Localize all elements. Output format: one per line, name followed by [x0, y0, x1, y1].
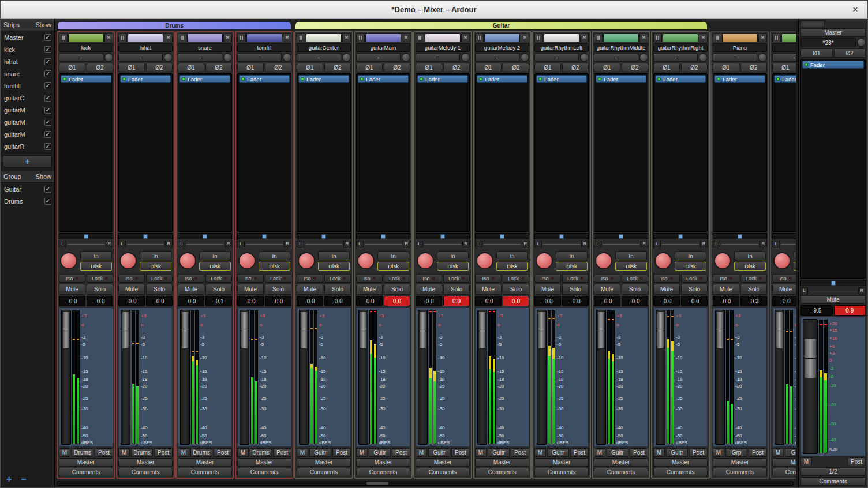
phase-invert-2-button[interactable]: Ø2 [562, 63, 589, 72]
solo-lock-button[interactable]: Lock [503, 274, 529, 283]
peak-display[interactable]: -0.0 [562, 296, 589, 306]
processor-box[interactable]: Fader [356, 73, 410, 232]
strip-close-icon[interactable]: ✕ [639, 33, 648, 42]
solo-lock-button[interactable]: Lock [265, 274, 291, 283]
strip-list-item-guitarm[interactable]: guitarM✓ [1, 116, 54, 128]
mute-button[interactable]: Mute [118, 284, 145, 295]
processor-box[interactable]: Fader [594, 73, 648, 232]
fader-track[interactable] [121, 310, 130, 445]
group-button[interactable]: Guitr [666, 448, 688, 457]
processor-active-led[interactable] [805, 63, 808, 66]
fader-processor-entry[interactable]: Fader [536, 75, 587, 83]
record-enable-button[interactable] [714, 252, 731, 269]
metering-point-button[interactable]: M [416, 448, 427, 457]
gain-display[interactable]: -0.0 [356, 296, 383, 306]
trim-knob[interactable] [580, 53, 589, 62]
fader-processor-entry[interactable]: Fader [120, 75, 171, 83]
monitor-input-button[interactable]: In [615, 251, 647, 260]
solo-isolate-button[interactable]: Iso [772, 274, 796, 283]
fader-point-button[interactable]: Post [214, 448, 232, 457]
strip-visible-checkbox[interactable]: ✓ [44, 34, 51, 41]
trim-knob[interactable] [521, 53, 529, 62]
solo-lock-button[interactable]: Lock [443, 274, 470, 283]
width-toggle-icon[interactable] [297, 33, 305, 42]
group-button[interactable]: Guitr [309, 448, 331, 457]
strip-name-button[interactable]: guitarRhythmRight [653, 43, 708, 52]
width-toggle-icon[interactable] [594, 33, 603, 42]
phase-invert-1-button[interactable]: Ø1 [594, 63, 620, 72]
strip-name-button[interactable]: guitarMelody 2 [475, 43, 529, 52]
peak-display[interactable]: 0.0 [384, 296, 410, 306]
processor-box[interactable]: Fader [653, 73, 708, 232]
fader-handle[interactable] [776, 311, 783, 349]
comments-button[interactable]: Comments [534, 468, 589, 476]
processor-active-led[interactable] [360, 77, 364, 81]
strip-list-item-snare[interactable]: snare✓ [1, 67, 54, 80]
phase-invert-1-button[interactable]: Ø1 [475, 63, 502, 72]
strip-color-bar[interactable] [365, 33, 401, 42]
strip-close-icon[interactable]: ✕ [342, 33, 351, 42]
panner[interactable] [178, 233, 232, 239]
fader-handle[interactable] [419, 311, 426, 349]
mute-button[interactable]: Mute [237, 284, 264, 295]
trim-knob[interactable] [223, 53, 232, 62]
fader-track[interactable] [715, 310, 725, 445]
trim-knob[interactable] [461, 53, 470, 62]
strip-color-bar[interactable] [187, 33, 223, 42]
record-enable-button[interactable] [119, 252, 137, 269]
strip-color-bar[interactable] [484, 33, 520, 42]
trim-display[interactable]: - [118, 53, 163, 62]
strip-close-icon[interactable]: ✕ [283, 33, 291, 42]
master-output-button[interactable]: 1/2 [800, 467, 866, 476]
comments-button[interactable]: Comments [59, 468, 113, 476]
comments-button[interactable]: Comments [118, 468, 173, 476]
panner[interactable] [653, 233, 708, 239]
fader-processor-entry[interactable]: Fader [61, 75, 111, 83]
strip-name-button[interactable]: guitarMelody 1 [416, 43, 470, 52]
panner-handle[interactable] [440, 234, 445, 239]
fader-handle[interactable] [597, 311, 605, 349]
solo-button[interactable]: Solo [384, 284, 410, 295]
fader-handle[interactable] [478, 311, 486, 349]
strip-list-item-guitarc[interactable]: guitarC✓ [1, 92, 54, 104]
trim-knob[interactable] [283, 53, 291, 62]
trim-display[interactable]: - [594, 53, 638, 62]
width-toggle-icon[interactable] [356, 33, 365, 42]
processor-box[interactable]: Fader [534, 73, 589, 232]
strip-visible-checkbox[interactable]: ✓ [44, 131, 51, 138]
output-button[interactable]: Master [534, 458, 589, 467]
fader-point-button[interactable]: Post [689, 448, 708, 457]
processor-active-led[interactable] [301, 77, 304, 81]
fader-handle[interactable] [181, 311, 189, 349]
panner-handle[interactable] [738, 234, 742, 239]
phase-invert-2-button[interactable]: Ø2 [87, 63, 113, 72]
output-button[interactable]: Master [237, 458, 291, 467]
comments-button[interactable]: Comments [772, 468, 796, 476]
strip-color-bar[interactable] [246, 33, 282, 42]
panner-handle[interactable] [203, 234, 207, 239]
trim-knob[interactable] [164, 53, 173, 62]
record-enable-button[interactable] [179, 252, 196, 269]
solo-lock-button[interactable]: Lock [146, 274, 173, 283]
fader-handle[interactable] [241, 311, 248, 349]
output-button[interactable]: Master [118, 458, 173, 467]
master-trim-knob[interactable] [857, 38, 866, 47]
gain-display[interactable]: -0.0 [772, 296, 796, 306]
processor-active-led[interactable] [717, 77, 720, 81]
monitor-input-button[interactable]: In [675, 251, 706, 260]
solo-button[interactable]: Solo [503, 284, 529, 295]
group-show-checkbox[interactable]: ✓ [44, 198, 51, 205]
monitor-input-button[interactable]: In [259, 251, 290, 260]
output-button[interactable]: Master [297, 458, 351, 467]
trim-display[interactable]: - [416, 53, 460, 62]
fader-point-button[interactable]: Post [95, 448, 113, 457]
fader-track[interactable] [180, 310, 190, 445]
phase-invert-1-button[interactable]: Ø1 [59, 63, 85, 72]
strip-color-bar[interactable] [663, 33, 698, 42]
peak-display[interactable]: -0.0 [265, 296, 291, 306]
processor-box[interactable]: Fader [178, 73, 232, 232]
trim-display[interactable]: - [59, 53, 103, 62]
phase-invert-2-button[interactable]: Ø2 [622, 63, 648, 72]
panner[interactable] [713, 233, 767, 239]
monitor-disk-button[interactable]: Disk [496, 262, 528, 271]
